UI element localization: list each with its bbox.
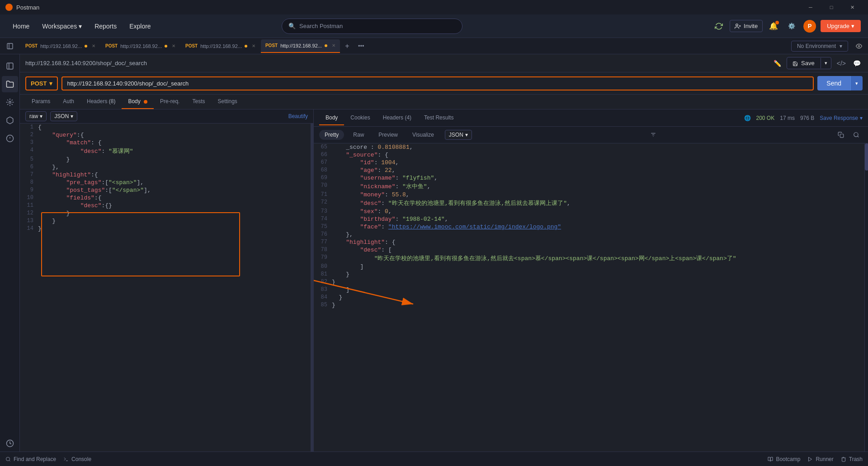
resp-line-71: 71 "money": 55.8, [314, 191, 868, 199]
explore-nav[interactable]: Explore [124, 20, 156, 33]
send-dropdown-button[interactable]: ▾ [850, 76, 863, 90]
invite-button[interactable]: Invite [730, 20, 763, 32]
sidebar-collections-icon[interactable] [2, 76, 18, 92]
code-table: 1{ 2 "query":{ 3 "match": { 4 "desc": "慕… [20, 124, 313, 233]
resp-line-79: 79 "昨天在学校的池塘里,看到有很多鱼在游泳,然后就去<span>慕</spa… [314, 254, 868, 263]
tab-1-url: http://192.168.92... [40, 43, 82, 49]
tests-tab[interactable]: Tests [186, 95, 211, 109]
resp-lang-select[interactable]: JSON ▾ [445, 130, 472, 140]
resp-cookies-tab[interactable]: Cookies [344, 111, 376, 125]
scrollbar-thumb[interactable] [865, 143, 868, 171]
code-icon[interactable]: </> [835, 58, 848, 69]
tab-4[interactable]: POST http://192.168.92... ✕ [261, 39, 340, 53]
url-input[interactable] [61, 76, 814, 90]
visualize-btn[interactable]: Visualize [407, 130, 439, 140]
beautify-button[interactable]: Beautify [288, 113, 308, 119]
sync-icon-btn[interactable] [712, 19, 726, 33]
code-line-5: 5 } [20, 156, 313, 163]
sidebar-new-icon[interactable] [2, 58, 18, 74]
save-dropdown-button[interactable]: ▾ [821, 58, 831, 68]
tabbar: POST http://192.168.92... ✕ POST http://… [0, 38, 868, 54]
format-raw-select[interactable]: raw ▾ [25, 111, 47, 121]
resp-line-78: 78 "desc": [ [314, 246, 868, 254]
settings-tab[interactable]: Settings [211, 95, 243, 109]
notifications-icon-btn[interactable]: 🔔 [766, 19, 781, 33]
resp-filter-icon[interactable] [647, 128, 660, 141]
auth-tab[interactable]: Auth [57, 95, 80, 109]
resp-search-icon[interactable] [850, 128, 863, 141]
headers-tab[interactable]: Headers (8) [80, 95, 122, 109]
home-nav[interactable]: Home [7, 20, 35, 33]
tab-4-close[interactable]: ✕ [332, 43, 335, 48]
request-body-editor[interactable]: 1{ 2 "query":{ 3 "match": { 4 "desc": "慕… [20, 124, 313, 452]
resp-copy-icon[interactable] [835, 128, 847, 141]
code-line-3: 3 "match": { [20, 139, 313, 147]
resp-headers-tab[interactable]: Headers (4) [377, 111, 418, 125]
chevron-down-icon: ▾ [851, 23, 854, 29]
sidebar-history-icon[interactable] [2, 435, 18, 452]
statusbar: Find and Replace Console Bootcamp Runner… [0, 452, 868, 466]
code-line-10: 10 "fields":{ [20, 194, 313, 202]
minimize-button[interactable]: ─ [800, 0, 821, 14]
resp-test-results-tab[interactable]: Test Results [418, 111, 460, 125]
more-tabs-button[interactable]: ••• [354, 41, 368, 51]
sidebar-mock-icon[interactable] [2, 130, 18, 147]
split-pane: raw ▾ JSON ▾ Beautify 1{ 2 "query":{ [20, 109, 868, 452]
edit-icon[interactable]: ✏️ [772, 58, 783, 69]
tab-2[interactable]: POST http://192.168.92... ✕ [101, 39, 180, 53]
upgrade-button[interactable]: Upgrade ▾ [821, 20, 861, 32]
chevron-down-icon: ▾ [40, 113, 42, 119]
reports-nav[interactable]: Reports [89, 20, 122, 33]
comment-icon[interactable]: 💬 [851, 58, 863, 69]
request-area: http://192.168.92.140:9200/shop/_doc/_se… [20, 54, 868, 452]
env-eye-icon[interactable] [852, 39, 866, 53]
svg-rect-3 [7, 43, 13, 49]
workspaces-nav[interactable]: Workspaces ▾ [37, 20, 87, 33]
body-tab[interactable]: Body [122, 95, 154, 109]
nav-right: Invite 🔔 ⚙️ P Upgrade ▾ [712, 19, 861, 33]
tab-2-close[interactable]: ✕ [172, 43, 175, 48]
prereq-tab[interactable]: Pre-req. [154, 95, 186, 109]
env-selector[interactable]: No Environment ▾ [791, 41, 848, 52]
pretty-btn[interactable]: Pretty [319, 130, 344, 140]
maximize-button[interactable]: □ [821, 0, 842, 14]
trash-item[interactable]: Trash [841, 456, 863, 462]
sidebar-environments-icon[interactable] [2, 112, 18, 128]
new-tab-sidebar-icon[interactable] [2, 38, 18, 54]
preview-btn[interactable]: Preview [373, 130, 403, 140]
save-main-button[interactable]: Save [787, 57, 820, 69]
add-tab-button[interactable]: + [341, 40, 354, 52]
params-tab[interactable]: Params [25, 95, 57, 109]
main-wrapper: http://192.168.92.140:9200/shop/_doc/_se… [0, 54, 868, 452]
search-bar[interactable]: 🔍 Search Postman [282, 19, 462, 34]
sidebar-apis-icon[interactable] [2, 94, 18, 110]
resp-body-tab[interactable]: Body [319, 111, 344, 125]
tab-1-close[interactable]: ✕ [92, 43, 95, 48]
raw-btn[interactable]: Raw [348, 130, 369, 140]
send-button[interactable]: Send [817, 76, 850, 90]
resp-line-81: 81 } [314, 271, 868, 278]
tab-3[interactable]: POST http://192.168.92... ✕ [181, 39, 260, 53]
save-response-button[interactable]: Save Response ▾ [820, 115, 863, 121]
find-replace-item[interactable]: Find and Replace [5, 456, 56, 462]
runner-item[interactable]: Runner [807, 456, 833, 462]
bootcamp-item[interactable]: Bootcamp [768, 456, 800, 462]
tab-3-url: http://192.168.92... [200, 43, 242, 49]
tab-3-close[interactable]: ✕ [252, 43, 255, 48]
console-item[interactable]: Console [63, 456, 91, 462]
format-json-select[interactable]: JSON ▾ [50, 111, 77, 121]
response-toolbar: Pretty Raw Preview Visualize JSON ▾ [314, 127, 868, 143]
pane-resize-handle[interactable] [311, 124, 313, 452]
close-button[interactable]: ✕ [842, 0, 863, 14]
resp-line-75: 75 "face": "https://www.imooc.com/static… [314, 223, 868, 231]
response-size: 976 B [800, 115, 814, 121]
scrollbar-track[interactable] [864, 143, 868, 452]
response-body-area[interactable]: 65 _score : 0.8108881, 66 "_source": { 6… [314, 143, 868, 452]
notification-badge [775, 21, 779, 24]
tab-1[interactable]: POST http://192.168.92... ✕ [21, 39, 100, 53]
method-selector[interactable]: POST ▾ [25, 76, 58, 90]
settings-icon-btn[interactable]: ⚙️ [784, 19, 799, 33]
url-bar: http://192.168.92.140:9200/shop/_doc/_se… [20, 54, 868, 72]
url-display: http://192.168.92.140:9200/shop/_doc/_se… [25, 60, 147, 67]
avatar-btn[interactable]: P [802, 19, 817, 33]
